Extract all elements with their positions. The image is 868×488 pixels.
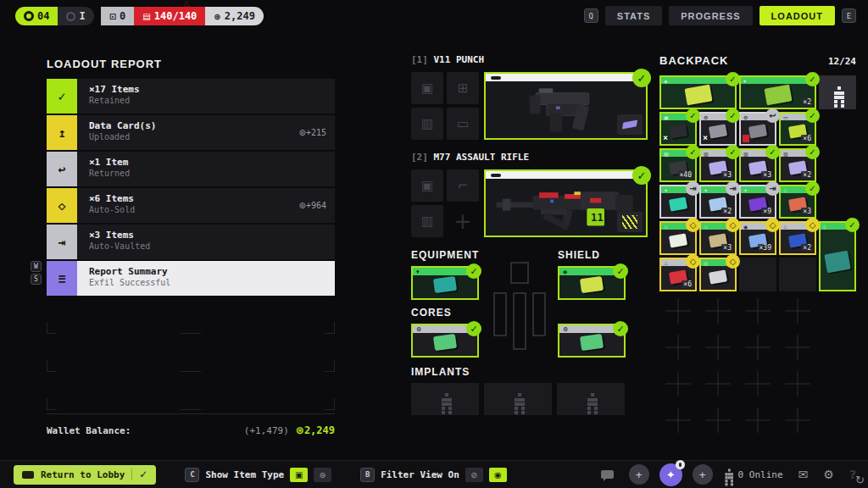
tab-stats[interactable]: STATS	[605, 6, 662, 25]
implant-slot[interactable]	[484, 383, 552, 415]
weapon1-mod-strip	[486, 74, 646, 81]
suppressor-icon	[491, 174, 501, 177]
empty-slot-icon[interactable]: +	[447, 205, 479, 237]
report-rows: ✓ ×17 Items Retained ↥ Data Card(s) Uplo…	[47, 79, 335, 296]
add-friend-left-button[interactable]: +	[629, 464, 649, 485]
backpack-tile-vaulted-banner[interactable]: ✦ ⇥×9	[739, 185, 776, 219]
warning-icon: ⚠	[182, 0, 190, 8]
equipment-tile[interactable]: ▾ ✓	[411, 266, 479, 300]
backpack-tile-pistol-mag-b[interactable]: ▥ ✓×3	[739, 148, 776, 182]
report-row[interactable]: ↩ ×1 Item Returned	[47, 152, 335, 186]
backpack-tile-black-device[interactable]: ▣ ✓×	[659, 112, 697, 146]
check-icon: ✓	[47, 79, 77, 114]
backpack-tile-sold-scanner[interactable]: ♨ ◇×2	[779, 221, 816, 255]
empty-grid-slot[interactable]	[659, 294, 697, 328]
backpack-tile-sold-canisters[interactable]: ♨ ◇×6	[659, 258, 697, 291]
backpack-tile-toy-figure[interactable]: ♨ ✓×3	[779, 185, 816, 219]
top-bar: 04 I ⊡ 0 ⚠ ▤ 140/140 ⊛ 2,249 Q STATS	[0, 0, 868, 32]
shield-item	[580, 276, 604, 293]
report-title: LOADOUT REPORT	[47, 58, 335, 70]
mag-slot-icon[interactable]: ▥	[411, 205, 443, 237]
weapon2-index: [2]	[411, 152, 428, 163]
report-row[interactable]: WS ≡ Report Summary Exfil Successful	[47, 261, 335, 296]
tab-progress[interactable]: PROGRESS	[669, 6, 752, 25]
backpack-tile-person-slot[interactable]	[819, 75, 856, 109]
flask-icon: ♨	[783, 187, 787, 193]
empty-grid-slot[interactable]	[699, 294, 737, 328]
backpack-tile-gray-attachment[interactable]: ⚙ ✓×	[699, 112, 737, 146]
empty-grid-slot[interactable]	[739, 367, 776, 401]
backpack-tile-sold-tokens[interactable]: ◉ ◇×39	[739, 221, 776, 255]
backpack-tile-pistol-mag-a[interactable]: ▥ ✓×3	[699, 148, 737, 182]
report-row[interactable]: ⇥ ×3 Items Auto-Vaulted	[47, 225, 335, 259]
core-tile-2[interactable]: ⚙ ✓	[558, 324, 626, 358]
empty-grid-slot[interactable]	[779, 330, 816, 364]
backpack-tile-helmet[interactable]: ▯ ✓	[819, 221, 856, 291]
backpack-tile-vaulted-fan[interactable]: ✦ ⇥×2	[699, 185, 737, 219]
backpack-tile-sold-box[interactable]: ♨ ◇×3	[699, 221, 737, 255]
mag-slot-icon[interactable]: ▥	[411, 108, 443, 140]
empty-grid-slot[interactable]	[739, 403, 776, 437]
implant-slot[interactable]	[557, 383, 625, 415]
shield-tile[interactable]: ◈ ✓	[558, 266, 626, 300]
backpack-tile-sold-bottle[interactable]: ♨ ◇	[659, 221, 697, 255]
avatar[interactable]: ✦	[659, 463, 682, 486]
refresh-icon[interactable]: ↻	[855, 474, 865, 486]
empty-grid-slot[interactable]	[699, 330, 737, 364]
key-q-badge: Q	[584, 8, 598, 23]
stock-slot-icon[interactable]: ⌐	[447, 169, 479, 202]
report-row[interactable]: ◇ ×6 Items Auto-Sold ⊛+964	[47, 188, 335, 223]
empty-grid-slot[interactable]	[659, 330, 697, 364]
empty-grid-slot[interactable]	[779, 403, 816, 437]
report-row[interactable]: ↥ Data Card(s) Uploaded ⊛+215	[47, 115, 335, 150]
return-to-lobby-button[interactable]: Return to Lobby ✓	[14, 465, 156, 485]
equipment-label: EQUIPMENT	[411, 249, 479, 261]
backpack-tile-sold-blade[interactable]: ◎ ◇	[699, 258, 737, 291]
empty-grid-slot[interactable]	[699, 403, 737, 437]
sold-icon: ◇	[47, 188, 77, 223]
mail-icon[interactable]: ✉	[798, 468, 809, 481]
item-type-off-icon[interactable]: ⊛	[314, 468, 331, 482]
backpack-tile-stim-pens[interactable]: ▨ ✓×40	[659, 148, 697, 182]
flask-icon: ♨	[664, 260, 668, 266]
chip-slot-icon[interactable]: ▣	[411, 72, 443, 104]
chat-icon[interactable]	[601, 470, 614, 479]
eye-on-icon[interactable]: ◉	[489, 468, 507, 482]
chip-slot-icon[interactable]: ▣	[411, 169, 443, 202]
person-icon	[587, 393, 591, 396]
health-badge: ⚠ ▤ 140/140	[134, 7, 205, 25]
weapon1-panel[interactable]: ✓	[484, 72, 648, 140]
headset-icon	[24, 11, 34, 21]
empty-grid-slot[interactable]	[779, 294, 816, 328]
report-row-title: ×1 Item	[89, 157, 335, 168]
item-type-on-icon[interactable]: ▣	[290, 468, 308, 482]
backpack-tile-shield-module[interactable]: ◈ ✓	[659, 75, 737, 109]
mag-icon: ▥	[704, 151, 709, 157]
tile-item-image	[669, 124, 687, 138]
empty-grid-slot[interactable]	[739, 330, 776, 364]
empty-grid-slot[interactable]	[779, 367, 816, 401]
implant-slot[interactable]	[411, 383, 479, 415]
core-tile-1[interactable]: ⚙ ✓	[411, 324, 479, 358]
empty-grid-slot[interactable]	[659, 403, 697, 437]
settings-gear-icon[interactable]: ⚙	[823, 468, 834, 481]
empty-grid-slot[interactable]	[659, 367, 697, 401]
system-tray: + ✦ + 0 Online ✉ ⚙ ?	[601, 463, 868, 486]
weapon2-panel[interactable]: 11 ✓	[484, 169, 648, 237]
tab-loadout[interactable]: LOADOUT	[760, 6, 835, 25]
backpack-tile-empty-slot-a[interactable]	[739, 258, 776, 291]
backpack-tile-vaulted-relic[interactable]: ✦ ⇥	[659, 185, 697, 219]
empty-grid-slot[interactable]	[699, 367, 737, 401]
rail-slot-icon[interactable]: ▭	[447, 108, 479, 140]
empty-grid-slot[interactable]	[739, 294, 776, 328]
backpack-tile-rifle-ammo[interactable]: ▭ ✓×6	[779, 112, 816, 146]
add-friend-right-button[interactable]: +	[693, 464, 713, 485]
eye-off-icon[interactable]: ⊘	[465, 468, 483, 482]
scope-slot-icon[interactable]: ⊞	[447, 72, 479, 104]
backpack-tile-green-statue[interactable]: ▾ ✓×2	[739, 75, 816, 109]
backpack-tile-returned-attachment[interactable]: ⚙ ↩	[739, 112, 776, 146]
backpack-tile-pistol-mag-c[interactable]: ▥ ✓×2	[779, 148, 816, 182]
report-row[interactable]: ✓ ×17 Items Retained	[47, 79, 335, 114]
key-c-badge: C	[185, 468, 199, 482]
backpack-tile-empty-slot-b[interactable]	[779, 258, 816, 291]
